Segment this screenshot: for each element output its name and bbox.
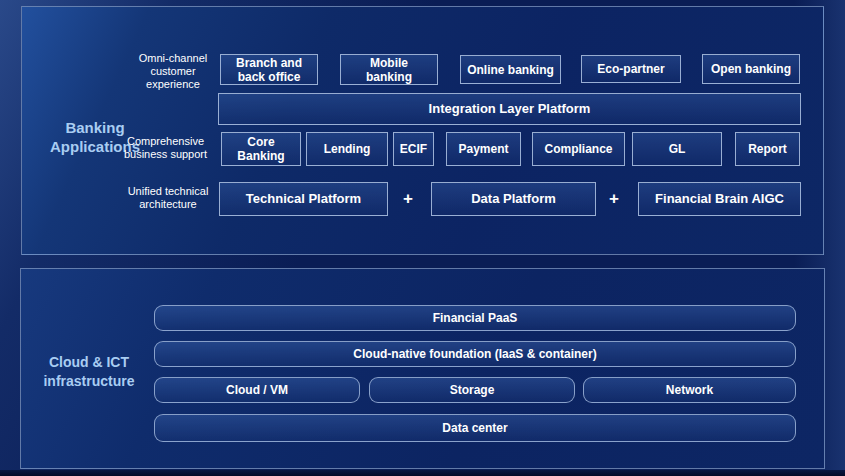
box-financial-brain-aigc: Financial Brain AIGC (638, 182, 801, 216)
cloud-ict-label: Cloud & ICT infrastructure (29, 353, 149, 391)
architecture-diagram: Banking Applications Omni-channel custom… (0, 0, 845, 476)
box-payment: Payment (446, 132, 521, 166)
box-report: Report (735, 132, 800, 166)
box-eco-partner: Eco-partner (581, 55, 681, 83)
plus-separator: + (603, 182, 625, 216)
box-open-banking: Open banking (702, 54, 800, 84)
box-online-banking: Online banking (460, 55, 561, 84)
row-label-business-support: Comprehensive business support (108, 135, 223, 161)
box-ecif: ECIF (393, 132, 434, 166)
cloud-ict-panel: Cloud & ICT infrastructure Financial Paa… (20, 268, 825, 469)
box-gl: GL (632, 132, 722, 166)
box-data-platform: Data Platform (431, 182, 596, 216)
box-financial-paas: Financial PaaS (154, 305, 796, 331)
plus-separator: + (397, 182, 419, 216)
box-data-center: Data center (154, 414, 796, 442)
box-core-banking: Core Banking (221, 132, 301, 166)
box-cloud-native-foundation: Cloud-native foundation (IaaS & containe… (154, 341, 796, 367)
banking-applications-panel: Banking Applications Omni-channel custom… (21, 6, 824, 255)
box-compliance: Compliance (532, 132, 625, 166)
box-cloud-vm: Cloud / VM (154, 377, 360, 403)
bottom-edge-shadow (0, 470, 845, 476)
box-storage: Storage (369, 377, 575, 403)
box-integration-layer-platform: Integration Layer Platform (218, 93, 801, 125)
box-branch-and-back-office: Branch and back office (220, 54, 318, 85)
row-label-omni-channel: Omni-channel customer experience (123, 52, 223, 91)
box-network: Network (583, 377, 796, 403)
box-lending: Lending (306, 132, 388, 166)
box-mobile-banking: Mobile banking (340, 54, 438, 85)
box-technical-platform: Technical Platform (219, 182, 388, 216)
row-label-technical-architecture: Unified technical architecture (118, 185, 218, 211)
